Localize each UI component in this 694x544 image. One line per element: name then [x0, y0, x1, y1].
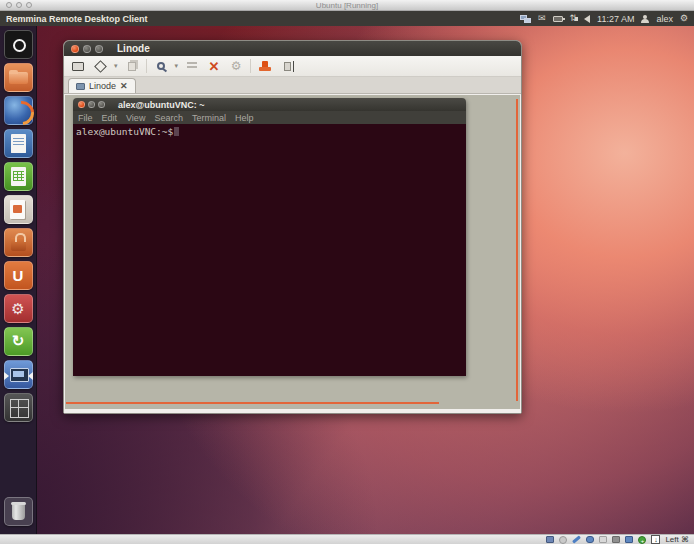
- user-menu-icon[interactable]: [641, 15, 649, 23]
- launcher-item-libreoffice-writer[interactable]: [4, 129, 33, 158]
- terminal-cursor: [174, 127, 179, 136]
- session-gear-icon[interactable]: ⚙: [680, 14, 688, 23]
- window-maximize-button[interactable]: [95, 45, 103, 53]
- vbox-cdrom-icon[interactable]: [559, 536, 567, 544]
- unity-launcher: U ⚙ ↻: [0, 26, 37, 534]
- username-label[interactable]: alex: [656, 14, 673, 24]
- menu-view[interactable]: View: [126, 113, 145, 123]
- toggle-fullscreen-button[interactable]: [70, 59, 86, 74]
- zoom-dropdown-caret-icon[interactable]: ▾: [175, 62, 179, 70]
- vbox-window-title: Ubuntu [Running]: [0, 1, 694, 10]
- detach-window-icon: [284, 62, 291, 71]
- grab-keyboard-button[interactable]: [184, 59, 200, 74]
- screen: Ubuntu [Running] Remmina Remote Desktop …: [0, 0, 694, 544]
- active-app-title[interactable]: Remmina Remote Desktop Client: [6, 14, 148, 24]
- clock[interactable]: 11:27 AM: [597, 14, 634, 24]
- toolbar-separator: [146, 59, 147, 73]
- remote-wallpaper-edge-horizontal: [66, 402, 439, 404]
- remote-wallpaper-edge-vertical: [516, 99, 518, 401]
- vbox-network-adapter-icon[interactable]: [612, 536, 620, 543]
- launcher-item-libreoffice-calc[interactable]: [4, 162, 33, 191]
- remmina-tabbar: Linode ✕: [64, 77, 521, 94]
- vbox-host-key-label: Left ⌘: [665, 535, 689, 544]
- terminal-minimize-button[interactable]: [88, 101, 95, 108]
- vbox-mouse-capture-icon[interactable]: ↓: [651, 535, 660, 544]
- vbox-harddisk-icon[interactable]: [546, 536, 554, 543]
- remmina-window: Linode ▾ ▾ ✕ ⚙ Linode: [63, 40, 522, 414]
- focused-indicator-arrow: [28, 372, 33, 380]
- fullscreen-icon: [72, 62, 84, 71]
- vbox-display-icon[interactable]: [625, 536, 633, 543]
- preferences-button[interactable]: ⚙: [228, 59, 244, 74]
- toolbar-separator: [250, 59, 251, 73]
- vbox-titlebar: Ubuntu [Running]: [0, 0, 694, 11]
- terminal-menubar: File Edit View Search Terminal Help: [73, 111, 466, 124]
- tools-button[interactable]: ✕: [206, 59, 222, 74]
- launcher-item-system-settings[interactable]: ⚙: [4, 294, 33, 323]
- tab-screen-icon: [76, 83, 85, 90]
- vbox-network-activity-icon[interactable]: [573, 535, 582, 543]
- remote-terminal-window[interactable]: alex@ubuntuVNC: ~ File Edit View Search …: [73, 98, 466, 376]
- fit-dropdown-caret-icon[interactable]: ▾: [114, 62, 118, 70]
- menu-terminal[interactable]: Terminal: [192, 113, 226, 123]
- vbox-features-icon[interactable]: +: [638, 536, 646, 544]
- tab-label: Linode: [89, 81, 116, 91]
- vbox-statusbar: + ↓ Left ⌘: [0, 534, 694, 544]
- ubuntu-menubar: Remmina Remote Desktop Client ✉ ⇅ 11:27 …: [0, 11, 694, 26]
- launcher-item-libreoffice-impress[interactable]: [4, 195, 33, 224]
- battery-icon[interactable]: [553, 16, 563, 22]
- window-minimize-button[interactable]: [83, 45, 91, 53]
- launcher-item-ubuntu-one[interactable]: U: [4, 261, 33, 290]
- fit-window-button[interactable]: [92, 59, 108, 74]
- fit-window-icon: [94, 60, 107, 73]
- launcher-item-software-center[interactable]: [4, 228, 33, 257]
- tools-x-icon: ✕: [209, 60, 220, 73]
- menu-search[interactable]: Search: [154, 113, 183, 123]
- zoom-button[interactable]: [153, 59, 169, 74]
- menu-help[interactable]: Help: [235, 113, 254, 123]
- menu-file[interactable]: File: [78, 113, 93, 123]
- desktop-wallpaper: U ⚙ ↻ Linode ▾: [0, 26, 694, 534]
- preferences-gear-icon: ⚙: [231, 60, 242, 72]
- launcher-item-workspace-switcher[interactable]: [4, 393, 33, 422]
- scaled-mode-button[interactable]: [124, 59, 140, 74]
- connection-tab-linode[interactable]: Linode ✕: [68, 78, 136, 93]
- zoom-icon: [157, 62, 165, 70]
- launcher-item-firefox[interactable]: [4, 96, 33, 125]
- vbox-usb-icon[interactable]: [586, 536, 594, 543]
- disconnect-button[interactable]: [257, 59, 273, 74]
- launcher-item-remmina[interactable]: [4, 360, 33, 389]
- terminal-window-title: alex@ubuntuVNC: ~: [118, 100, 205, 110]
- tab-close-icon[interactable]: ✕: [120, 81, 128, 91]
- indicator-tray: ✉ ⇅ 11:27 AM alex ⚙: [520, 14, 688, 24]
- keyboard-grab-icon: [187, 62, 197, 70]
- remmina-titlebar[interactable]: Linode: [64, 41, 521, 56]
- remmina-toolbar: ▾ ▾ ✕ ⚙: [64, 56, 521, 77]
- terminal-body[interactable]: alex@ubuntuVNC:~$: [73, 124, 466, 376]
- running-indicator-arrow: [4, 372, 9, 380]
- terminal-maximize-button[interactable]: [98, 101, 105, 108]
- sound-icon[interactable]: [584, 15, 590, 23]
- launcher-item-software-updater[interactable]: ↻: [4, 327, 33, 356]
- remote-screens-indicator-icon[interactable]: [520, 15, 531, 23]
- window-close-button[interactable]: [71, 45, 79, 53]
- shell-prompt: alex@ubuntuVNC:~$: [76, 126, 173, 137]
- messaging-mail-icon[interactable]: ✉: [538, 14, 546, 23]
- window-bottom-border: [64, 409, 521, 413]
- terminal-titlebar[interactable]: alex@ubuntuVNC: ~: [73, 98, 466, 111]
- remmina-window-title: Linode: [117, 43, 150, 54]
- scaled-mode-icon: [128, 62, 136, 71]
- launcher-item-home-folder[interactable]: [4, 63, 33, 92]
- launcher-item-dash-home[interactable]: [4, 30, 33, 59]
- launcher-item-trash[interactable]: [4, 497, 33, 526]
- menu-edit[interactable]: Edit: [102, 113, 118, 123]
- vnc-viewport[interactable]: alex@ubuntuVNC: ~ File Edit View Search …: [65, 95, 520, 409]
- detach-window-button[interactable]: [279, 59, 295, 74]
- terminal-close-button[interactable]: [78, 101, 85, 108]
- disconnect-plug-icon: [262, 61, 268, 71]
- vbox-shared-folders-icon[interactable]: [599, 536, 607, 543]
